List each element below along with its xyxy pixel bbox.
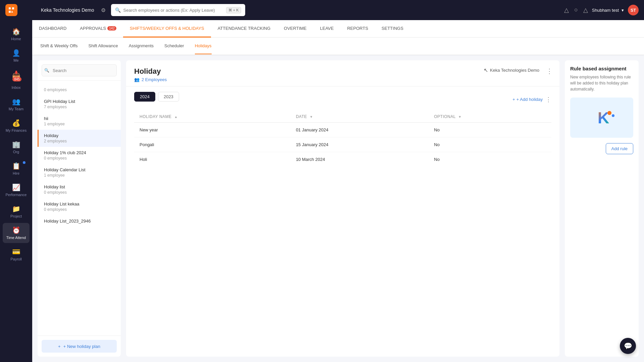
cell-date-0: 01 January 2024 (290, 123, 429, 137)
sort-icon-date[interactable]: ▼ (310, 115, 313, 119)
user-info[interactable]: Shubham test ▾ (592, 8, 624, 13)
list-item-holiday-cal[interactable]: Holiday Calendar List 1 employee (38, 164, 121, 181)
avatar[interactable]: ST (628, 5, 639, 15)
list-item-holiday-kekaa[interactable]: Holiday List kekaa 0 employees (38, 198, 121, 215)
list-item-hii[interactable]: hii 1 employee (38, 113, 121, 130)
sidebar-item-payroll[interactable]: 💳 Payroll (3, 244, 30, 264)
sidebar-item-inbox[interactable]: 📥 845 Inbox (3, 67, 30, 93)
table-more-options[interactable]: ⋮ (545, 96, 551, 103)
sort-icon-name[interactable]: ▲ (174, 115, 177, 119)
sidebar-item-performance[interactable]: 📈 Performance (3, 180, 30, 200)
list-item-name-holiday-list: Holiday list (44, 184, 115, 189)
year-tab-2023[interactable]: 2023 (158, 92, 179, 102)
nav-overtime[interactable]: OVERTIME (277, 20, 313, 38)
add-holiday-button[interactable]: + + Add holiday (513, 97, 543, 102)
year-tabs: 2024 2023 (134, 92, 179, 102)
nav-dashboard[interactable]: DASHBOARD (32, 20, 73, 38)
tab-assignments[interactable]: Assignments (129, 38, 154, 54)
logo (5, 4, 36, 16)
rule-panel: Rule based assignment New employees foll… (565, 60, 639, 357)
holiday-search-wrap (38, 60, 121, 81)
list-item-sub-holiday-list: 0 employees (44, 190, 115, 195)
cell-date-2: 10 March 2024 (290, 152, 429, 167)
chat-button[interactable]: 💬 (620, 338, 636, 354)
nav-leave[interactable]: LEAVE (313, 20, 340, 38)
search-shortcut: ⌘ + K (226, 7, 241, 13)
nav-shifts[interactable]: SHIFTS/WEEKLY OFFS & HOLIDAYS (123, 20, 211, 38)
tab-shift-weekly[interactable]: Shift & Weekly Offs (40, 38, 78, 54)
list-item-name-gpi: GPI Holiday List (44, 99, 115, 104)
topbar: Keka Technologies Demo ⚙ 🔍 ⌘ + K △ ○ △ S… (0, 0, 644, 20)
holiday-list: 0 employees GPI Holiday List 7 employees… (38, 81, 121, 336)
me-icon: 👤 (12, 49, 20, 57)
org-name: Keka Technologies Demo (490, 68, 539, 73)
chevron-down-icon: ▾ (622, 8, 624, 13)
holiday-search-input[interactable] (42, 64, 117, 76)
my-finances-icon: 💰 (12, 119, 20, 127)
nav-settings[interactable]: SETTINGS (375, 20, 410, 38)
holiday-list-panel: 0 employees GPI Holiday List 7 employees… (38, 60, 121, 357)
inbox-badge: 845 (12, 77, 21, 81)
table-row: Holi 10 March 2024 No (134, 152, 551, 167)
year-tab-2024[interactable]: 2024 (134, 92, 155, 102)
sidebar-item-org[interactable]: 🏢 Org (3, 137, 30, 157)
nav-attendance[interactable]: ATTENDANCE TRACKING (211, 20, 277, 38)
search-bar[interactable]: 🔍 ⌘ + K (111, 4, 245, 16)
more-options-button[interactable]: ⋮ (546, 67, 553, 75)
sidebar-label-time-attend: Time Attend (6, 236, 26, 240)
list-item-holiday-list[interactable]: Holiday list 0 employees (38, 181, 121, 198)
holiday-search-input-wrap (42, 64, 117, 76)
holiday-detail-panel: Holiday 👥 2 Employees ↖ Keka Technologie… (126, 60, 559, 357)
chat-icon: 💬 (624, 342, 632, 350)
content-area: DASHBOARD APPROVALS 142 SHIFTS/WEEKLY OF… (32, 20, 644, 362)
approvals-badge: 142 (107, 26, 116, 31)
sidebar-item-my-finances[interactable]: 💰 My Finances (3, 116, 30, 136)
sidebar-item-hire[interactable]: 📋 Hire (3, 159, 30, 179)
cell-holiday-name-0: New year (134, 123, 290, 137)
list-item[interactable]: 0 employees (38, 83, 121, 96)
cell-holiday-name-1: Pongali (134, 137, 290, 152)
sort-icon-optional[interactable]: ▼ (458, 115, 462, 119)
gear-icon[interactable]: ⚙ (101, 7, 106, 13)
topbar-icons: △ ○ △ (564, 6, 588, 14)
tab-shift-allowance[interactable]: Shift Allowance (89, 38, 118, 54)
keka-logo-k: K (598, 109, 609, 127)
list-item-name-holiday1pct: Holiday 1% club 2024 (44, 150, 115, 155)
list-item-sub-gpi: 7 employees (44, 105, 115, 109)
plus-icon: + (58, 344, 61, 349)
sidebar-item-home[interactable]: 🏠 Home (3, 24, 30, 44)
employees-link[interactable]: 👥 2 Employees (134, 77, 551, 82)
sidebar-label-payroll: Payroll (10, 257, 22, 261)
time-attend-icon: ⏰ (12, 226, 20, 234)
sidebar-item-my-team[interactable]: 👥 My Team (3, 94, 30, 114)
tab-holidays[interactable]: Holidays (195, 38, 212, 54)
page-body: 0 employees GPI Holiday List 7 employees… (32, 55, 644, 362)
add-holiday-label: + Add holiday (517, 97, 543, 102)
rule-description: New employees following this rule will b… (570, 74, 633, 92)
rule-title: Rule based assignment (570, 66, 633, 71)
top-nav: DASHBOARD APPROVALS 142 SHIFTS/WEEKLY OF… (32, 20, 644, 38)
sidebar: 🏠 Home 👤 Me 📥 845 Inbox 👥 My Team 💰 My F… (0, 20, 32, 362)
nav-approvals[interactable]: APPROVALS 142 (73, 20, 123, 38)
list-item-holiday1pct[interactable]: Holiday 1% club 2024 0 employees (38, 147, 121, 164)
payroll-icon: 💳 (12, 248, 20, 256)
tab-scheduler[interactable]: Scheduler (164, 38, 184, 54)
col-optional: OPTIONAL ▼ (429, 111, 551, 123)
sidebar-label-inbox: Inbox (12, 85, 21, 89)
list-item-holiday[interactable]: Holiday 2 employees (38, 130, 121, 147)
employees-icon: 👥 (134, 77, 140, 82)
sidebar-item-time-attend[interactable]: ⏰ Time Attend (3, 223, 30, 243)
add-rule-button[interactable]: Add rule (606, 143, 633, 154)
nav-reports[interactable]: REPORTS (340, 20, 375, 38)
search-input[interactable] (123, 8, 223, 13)
project-icon: 📁 (12, 205, 20, 213)
table-row: New year 01 January 2024 No (134, 123, 551, 137)
sidebar-item-me[interactable]: 👤 Me (3, 46, 30, 66)
org-label: ↖ Keka Technologies Demo (484, 67, 539, 73)
table-header-row: HOLIDAY NAME ▲ DATE ▼ OPTIONAL ▼ (134, 111, 551, 123)
list-item-holiday-2023[interactable]: Holiday List_2023_2946 (38, 215, 121, 227)
performance-icon: 📈 (12, 183, 20, 191)
new-holiday-plan-button[interactable]: + + New holiday plan (42, 340, 117, 353)
sidebar-item-project[interactable]: 📁 Project (3, 201, 30, 222)
list-item-gpi[interactable]: GPI Holiday List 7 employees (38, 96, 121, 113)
